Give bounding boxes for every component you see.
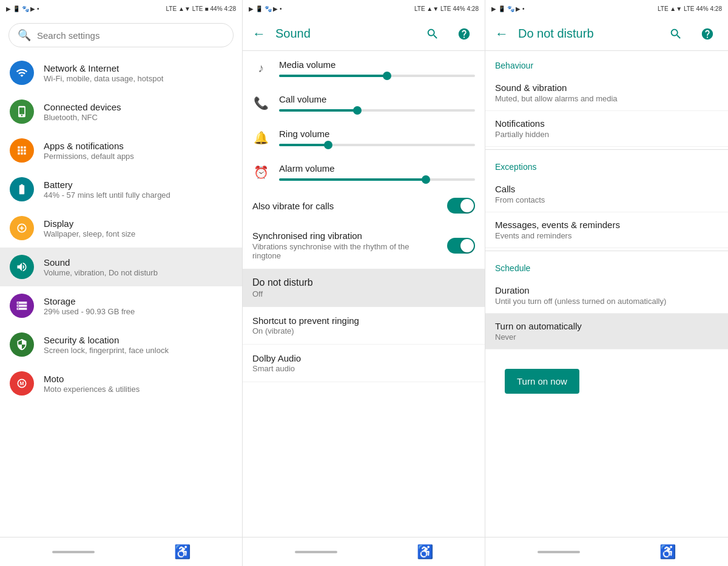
notifications-item[interactable]: Notifications Partially hidden <box>485 111 728 147</box>
bottom-nav-right: ♿ <box>485 537 728 566</box>
search-input[interactable] <box>37 30 224 41</box>
network-title: Network & Internet <box>44 63 163 73</box>
messages-subtitle: Events and reminders <box>495 231 718 240</box>
sound-title: Sound <box>44 257 158 268</box>
battery-subtitle: 44% - 57 mins left until fully charged <box>44 190 170 200</box>
phone-icon: 📞 <box>252 96 269 110</box>
storage-subtitle: 29% used - 90.93 GB free <box>44 307 135 316</box>
alarm-volume-thumb[interactable] <box>422 175 430 184</box>
display-subtitle: Wallpaper, sleep, font size <box>44 229 135 238</box>
sidebar-item-display[interactable]: Display Wallpaper, sleep, font size <box>0 209 242 248</box>
sidebar-item-moto[interactable]: M Moto Moto experiences & utilities <box>0 364 242 403</box>
call-volume-slider[interactable] <box>279 109 475 112</box>
moto-title: Moto <box>44 374 140 384</box>
turn-on-now-container: Turn on now <box>485 349 728 413</box>
storage-title: Storage <box>44 296 135 306</box>
vibrate-calls-toggle[interactable] <box>447 198 475 214</box>
sync-ring-toggle[interactable] <box>447 238 475 254</box>
divider-1 <box>485 149 728 150</box>
lte-icon: LTE <box>192 5 203 12</box>
notif-icons-m: ▶ 📱 🐾 ▶ • <box>249 5 282 12</box>
sidebar-item-connected[interactable]: Connected devices Bluetooth, NFC <box>0 92 242 131</box>
help-button-dnd[interactable] <box>696 23 718 45</box>
vibrate-calls-title: Also vibrate for calls <box>252 201 437 211</box>
call-volume-item[interactable]: 📞 Call volume <box>243 86 485 120</box>
bottom-nav-left: ♿ <box>0 537 242 566</box>
media-volume-thumb[interactable] <box>383 72 391 80</box>
call-volume-thumb[interactable] <box>353 106 362 115</box>
moto-icon: M <box>10 371 34 396</box>
signal-r: LTE ▲▼ LTE <box>658 5 695 12</box>
status-bar-left: ▶ 📱 🐾 ▶ • LTE ▲▼ LTE ■ 44% 4:28 <box>0 0 242 17</box>
sidebar-item-storage[interactable]: Storage 29% used - 90.93 GB free <box>0 286 242 325</box>
turn-on-auto-item[interactable]: Turn on automatically Never <box>485 314 728 349</box>
calls-item[interactable]: Calls From contacts <box>485 177 728 212</box>
sync-ring-item[interactable]: Synchronised ring vibration Vibrations s… <box>243 222 485 269</box>
sidebar-item-apps[interactable]: Apps & notifications Permissions, defaul… <box>0 131 242 170</box>
apps-title: Apps & notifications <box>44 141 134 151</box>
dnd-back-button[interactable]: ← <box>495 26 508 42</box>
sound-content: ♪ Media volume 📞 Call volume 🔔 <box>243 51 485 537</box>
home-pill-r[interactable] <box>538 551 580 553</box>
turn-on-now-button[interactable]: Turn on now <box>505 369 579 394</box>
sync-ring-subtitle: Vibrations synchronise with the rhythm o… <box>252 242 437 260</box>
messages-item[interactable]: Messages, events & reminders Events and … <box>485 212 728 248</box>
home-pill-m[interactable] <box>295 551 337 553</box>
duration-item[interactable]: Duration Until you turn off (unless turn… <box>485 278 728 314</box>
media-volume-content: Media volume <box>279 59 475 77</box>
sound-vibration-subtitle: Muted, but allow alarms and media <box>495 94 718 103</box>
dnd-content-area: Behaviour Sound & vibration Muted, but a… <box>485 51 728 537</box>
moto-text: Moto Moto experiences & utilities <box>44 374 140 394</box>
duration-subtitle: Until you turn off (unless turned on aut… <box>495 297 718 306</box>
ring-volume-item[interactable]: 🔔 Ring volume <box>243 120 485 155</box>
sync-ring-title: Synchronised ring vibration <box>252 231 437 241</box>
alarm-volume-item[interactable]: ⏰ Alarm volume <box>243 155 485 189</box>
search-button-sound[interactable] <box>422 23 443 45</box>
battery-percent: 44% <box>211 5 223 12</box>
media-volume-label: Media volume <box>279 59 475 70</box>
shortcut-item[interactable]: Shortcut to prevent ringing On (vibrate) <box>243 307 485 345</box>
alarm-volume-slider[interactable] <box>279 178 475 181</box>
vibrate-calls-item[interactable]: Also vibrate for calls <box>243 189 485 222</box>
help-button-sound[interactable] <box>453 23 475 45</box>
sidebar-item-battery[interactable]: Battery 44% - 57 mins left until fully c… <box>0 170 242 209</box>
calls-title: Calls <box>495 184 718 194</box>
sound-panel-title: Sound <box>275 27 412 41</box>
back-button[interactable]: ← <box>252 26 266 42</box>
connected-icon <box>10 99 34 124</box>
time-m: 4:28 <box>467 5 479 12</box>
dnd-title: Do not disturb <box>252 277 475 288</box>
call-volume-fill <box>279 109 357 112</box>
dnd-item[interactable]: Do not disturb Off <box>243 269 485 307</box>
sidebar-item-sound[interactable]: Sound Volume, vibration, Do not disturb <box>0 248 242 286</box>
notifications-title: Notifications <box>495 118 718 129</box>
storage-icon <box>10 294 34 318</box>
sidebar-item-security[interactable]: Security & location Screen lock, fingerp… <box>0 325 242 364</box>
search-bar[interactable]: 🔍 <box>8 23 234 47</box>
status-bar-middle: ▶ 📱 🐾 ▶ • LTE ▲▼ LTE 44% 4:28 <box>243 0 485 17</box>
sound-text: Sound Volume, vibration, Do not disturb <box>44 257 158 277</box>
sound-vibration-item[interactable]: Sound & vibration Muted, but allow alarm… <box>485 75 728 111</box>
status-bar-right: ▶ 📱 🐾 ▶ • LTE ▲▼ LTE 44% 4:28 <box>485 0 728 17</box>
sync-toggle-knob <box>460 239 474 252</box>
dolby-item[interactable]: Dolby Audio Smart audio <box>243 345 485 382</box>
search-button-dnd[interactable] <box>665 23 687 45</box>
ring-volume-slider[interactable] <box>279 144 475 146</box>
alarm-volume-label: Alarm volume <box>279 163 475 174</box>
ring-volume-thumb[interactable] <box>324 141 332 149</box>
network-icon <box>10 61 34 85</box>
sound-header: ← Sound <box>243 17 485 51</box>
media-volume-slider[interactable] <box>279 75 475 77</box>
media-volume-item[interactable]: ♪ Media volume <box>243 51 485 86</box>
right-panel: ▶ 📱 🐾 ▶ • LTE ▲▼ LTE 44% 4:28 ← Do not d… <box>485 0 728 566</box>
alarm-icon: ⏰ <box>252 165 269 180</box>
system-icons: LTE ▲▼ LTE ■ 44% 4:28 <box>166 5 236 12</box>
call-volume-content: Call volume <box>279 94 475 112</box>
messages-title: Messages, events & reminders <box>495 220 718 230</box>
music-note-icon: ♪ <box>252 61 269 75</box>
battery-text: Battery 44% - 57 mins left until fully c… <box>44 180 170 200</box>
home-pill[interactable] <box>52 551 95 553</box>
connected-title: Connected devices <box>44 102 121 112</box>
sidebar-item-network[interactable]: Network & Internet Wi-Fi, mobile, data u… <box>0 53 242 92</box>
turn-on-auto-subtitle: Never <box>495 332 718 342</box>
